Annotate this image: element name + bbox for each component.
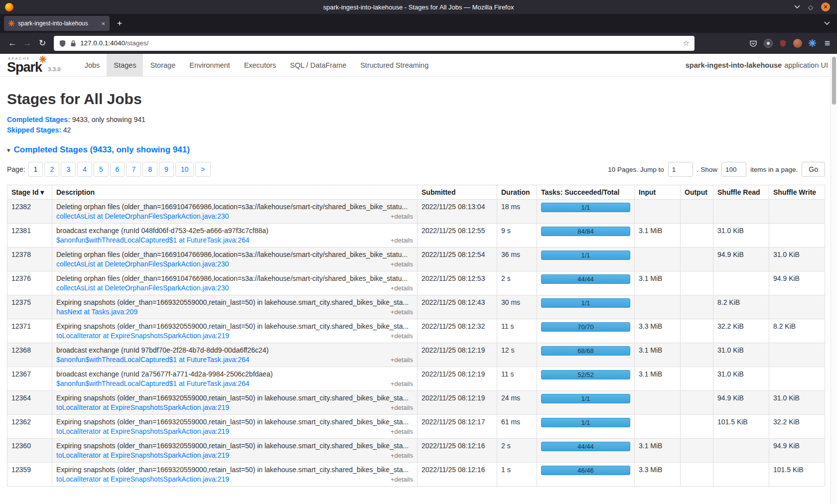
items-per-page-input[interactable] <box>721 162 746 177</box>
page-scrollbar[interactable] <box>831 56 837 504</box>
submitted-cell: 2022/11/25 08:12:17 <box>418 415 497 439</box>
nav-tab-storage[interactable]: Storage <box>143 54 182 76</box>
reload-icon[interactable]: ↻ <box>35 36 50 51</box>
extension-star-icon[interactable] <box>809 39 816 47</box>
stage-callsite-link[interactable]: toLocalIterator at ExpireSnapshotsSparkA… <box>56 332 229 340</box>
scrollbar-thumb[interactable] <box>832 57 836 105</box>
window-maximize-icon[interactable]: ◇ <box>808 4 813 10</box>
completed-stages-section-header[interactable]: ▾ Completed Stages (9433, only showing 9… <box>7 145 825 155</box>
stage-callsite-link[interactable]: collectAsList at DeleteOrphanFilesSparkA… <box>56 212 229 220</box>
nav-tab-structured-streaming[interactable]: Structured Streaming <box>353 54 435 76</box>
menu-icon[interactable]: ≡ <box>825 38 830 49</box>
nav-tab-sql-dataframe[interactable]: SQL / DataFrame <box>283 54 353 76</box>
header-tasks[interactable]: Tasks: Succeeded/Total <box>537 185 635 200</box>
header-output[interactable]: Output <box>681 185 713 200</box>
header-submitted[interactable]: Submitted <box>418 185 497 200</box>
details-toggle[interactable]: +details <box>391 428 413 435</box>
description-cell: broadcast exchange (runId 2a75677f-a771-… <box>52 367 418 391</box>
tasks-progress-bar: 44/44 <box>541 442 630 451</box>
shuffle-write-cell: 101.5 KiB <box>769 463 825 487</box>
page-button-8[interactable]: 8 <box>142 162 157 177</box>
url-path: /stages/ <box>125 39 148 47</box>
stage-callsite-link[interactable]: toLocalIterator at ExpireSnapshotsSparkA… <box>56 403 229 411</box>
new-tab-button[interactable]: + <box>113 16 127 30</box>
stage-callsite-link[interactable]: toLocalIterator at ExpireSnapshotsSparkA… <box>56 427 229 435</box>
header-duration[interactable]: Duration <box>497 185 537 200</box>
page-button->[interactable]: > <box>195 162 210 177</box>
page-button-6[interactable]: 6 <box>110 162 125 177</box>
header-input[interactable]: Input <box>635 185 681 200</box>
all-tabs-icon[interactable] <box>824 21 830 25</box>
tasks-cell: 1/1 <box>537 200 635 224</box>
page-button-5[interactable]: 5 <box>94 162 109 177</box>
pocket-icon[interactable] <box>749 39 757 47</box>
details-toggle[interactable]: +details <box>391 452 413 459</box>
bookmark-star-icon[interactable]: ☆ <box>683 39 689 48</box>
stage-callsite-link[interactable]: collectAsList at DeleteOrphanFilesSparkA… <box>56 260 229 268</box>
stage-callsite-link[interactable]: toLocalIterator at ExpireSnapshotsSparkA… <box>56 475 229 483</box>
description-cell: Deleting orphan files (older_than=166910… <box>52 248 418 271</box>
header-description[interactable]: Description <box>52 185 418 200</box>
nav-tab-executors[interactable]: Executors <box>237 54 283 76</box>
go-button[interactable]: Go <box>802 162 825 177</box>
jump-to-page-input[interactable] <box>668 162 693 177</box>
application-suffix: application UI <box>784 61 828 69</box>
profile-avatar-icon[interactable] <box>793 39 802 48</box>
spark-logo[interactable]: APACHE Spark 3.3.0 <box>7 54 64 76</box>
url-text[interactable]: 127.0.0.1:4040/stages/ <box>80 39 148 47</box>
page-button-10[interactable]: 10 <box>175 162 194 177</box>
duration-cell: 24 ms <box>497 391 537 415</box>
window-close-icon[interactable]: × <box>821 2 830 11</box>
details-toggle[interactable]: +details <box>391 404 413 411</box>
header-shuffle-write[interactable]: Shuffle Write <box>769 185 825 200</box>
lock-icon[interactable] <box>70 40 76 47</box>
shuffle-write-cell <box>769 200 825 224</box>
stage-callsite-link[interactable]: collectAsList at DeleteOrphanFilesSparkA… <box>56 284 229 292</box>
details-toggle[interactable]: +details <box>391 284 413 292</box>
details-toggle[interactable]: +details <box>391 380 413 387</box>
details-toggle[interactable]: +details <box>391 237 413 244</box>
tab-favicon-icon <box>8 20 14 26</box>
details-toggle[interactable]: +details <box>391 476 413 483</box>
details-toggle[interactable]: +details <box>391 213 413 220</box>
window-minimize-icon[interactable] <box>794 5 800 9</box>
details-toggle[interactable]: +details <box>391 260 413 268</box>
page-button-2[interactable]: 2 <box>44 162 59 177</box>
ublock-shield-icon[interactable] <box>779 39 787 47</box>
page-button-3[interactable]: 3 <box>61 162 76 177</box>
details-toggle[interactable]: +details <box>391 356 413 364</box>
stage-callsite-link[interactable]: hasNext at Tasks.java:209 <box>56 308 138 316</box>
shuffle-write-cell: 94.9 KiB <box>769 439 825 463</box>
page-button-7[interactable]: 7 <box>126 162 141 177</box>
url-bar[interactable]: 127.0.0.1:4040/stages/ ☆ <box>54 36 695 51</box>
shuffle-write-cell: 32.2 KiB <box>769 415 825 439</box>
completed-stages-link[interactable]: Completed Stages: <box>7 116 70 124</box>
shuffle-write-cell <box>769 295 825 319</box>
details-toggle[interactable]: +details <box>391 332 413 340</box>
input-cell <box>635 391 681 415</box>
stage-callsite-link[interactable]: $anonfun$withThreadLocalCaptured$1 at Fu… <box>56 356 250 364</box>
page-button-1[interactable]: 1 <box>28 162 43 177</box>
tracking-shield-icon[interactable] <box>59 39 66 47</box>
stage-callsite-link[interactable]: $anonfun$withThreadLocalCaptured$1 at Fu… <box>56 379 250 387</box>
duration-cell: 2 s <box>497 439 537 463</box>
header-stage-id[interactable]: Stage Id ▾ <box>7 185 52 200</box>
page-button-9[interactable]: 9 <box>159 162 174 177</box>
nav-tab-jobs[interactable]: Jobs <box>78 54 107 76</box>
nav-tab-stages[interactable]: Stages <box>107 54 143 76</box>
pagination-pages: 12345678910> <box>28 162 212 177</box>
skipped-stages-link[interactable]: Skipped Stages: <box>7 126 61 134</box>
stage-callsite-link[interactable]: $anonfun$withThreadLocalCaptured$1 at Fu… <box>56 236 250 244</box>
back-icon[interactable]: ← <box>5 36 20 51</box>
table-row: 12371 Expiring snapshots (older_than=166… <box>7 319 825 343</box>
page-button-4[interactable]: 4 <box>77 162 92 177</box>
tab-close-icon[interactable]: × <box>101 20 105 27</box>
forward-icon[interactable]: → <box>20 36 35 51</box>
stage-callsite-link[interactable]: toLocalIterator at ExpireSnapshotsSparkA… <box>56 451 229 459</box>
browser-tab[interactable]: spark-ingest-into-lakehous × <box>4 16 110 31</box>
header-shuffle-read[interactable]: Shuffle Read <box>713 185 769 200</box>
extension-badge-icon[interactable] <box>764 39 773 48</box>
page-content: Stages for All Jobs Completed Stages: 94… <box>0 91 837 487</box>
details-toggle[interactable]: +details <box>391 308 413 316</box>
nav-tab-environment[interactable]: Environment <box>182 54 237 76</box>
